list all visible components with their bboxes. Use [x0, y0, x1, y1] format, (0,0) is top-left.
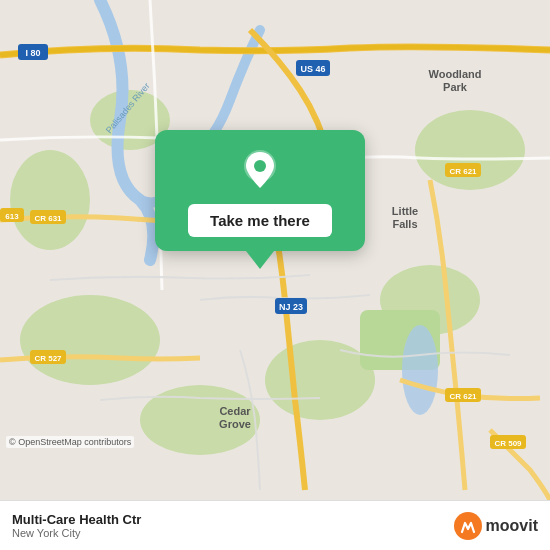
svg-text:US 46: US 46 — [300, 64, 325, 74]
location-pin-icon — [238, 148, 282, 192]
moovit-logo-icon — [454, 512, 482, 540]
moovit-logo-text: moovit — [486, 517, 538, 535]
svg-point-9 — [402, 325, 438, 415]
moovit-logo: moovit — [454, 512, 538, 540]
svg-text:613: 613 — [5, 212, 19, 221]
svg-point-36 — [254, 160, 266, 172]
location-name: Multi-Care Health Ctr — [12, 512, 141, 527]
bottom-bar: Multi-Care Health Ctr New York City moov… — [0, 500, 550, 550]
popup-card: Take me there — [155, 130, 365, 251]
svg-text:Grove: Grove — [219, 418, 251, 430]
svg-point-37 — [454, 512, 482, 540]
svg-point-5 — [415, 110, 525, 190]
svg-text:CR 621: CR 621 — [449, 167, 477, 176]
svg-text:Cedar: Cedar — [219, 405, 251, 417]
svg-text:CR 631: CR 631 — [34, 214, 62, 223]
svg-text:Little: Little — [392, 205, 418, 217]
svg-text:CR 527: CR 527 — [34, 354, 62, 363]
map-attribution: © OpenStreetMap contributors — [6, 436, 134, 448]
svg-point-3 — [265, 340, 375, 420]
svg-text:NJ 23: NJ 23 — [279, 302, 303, 312]
svg-text:I 80: I 80 — [25, 48, 40, 58]
svg-text:CR 621: CR 621 — [449, 392, 477, 401]
location-info: Multi-Care Health Ctr New York City — [12, 512, 141, 539]
location-city: New York City — [12, 527, 141, 539]
svg-text:Park: Park — [443, 81, 468, 93]
svg-point-8 — [10, 150, 90, 250]
map-container: I 80 US 46 NJ 23 CR 631 613 CR 621 CR 62… — [0, 0, 550, 500]
svg-text:Woodland: Woodland — [429, 68, 482, 80]
svg-point-1 — [20, 295, 160, 385]
svg-text:CR 509: CR 509 — [494, 439, 522, 448]
svg-text:Falls: Falls — [392, 218, 417, 230]
take-me-there-button[interactable]: Take me there — [188, 204, 332, 237]
